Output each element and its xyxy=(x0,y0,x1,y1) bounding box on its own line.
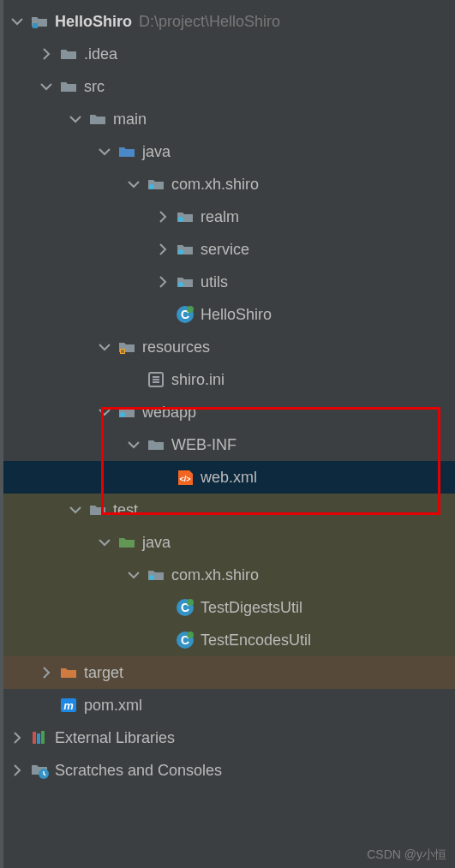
spacer xyxy=(38,697,55,714)
folder-icon xyxy=(87,500,108,520)
folder-icon xyxy=(58,76,79,97)
chevron-down-icon[interactable] xyxy=(125,176,142,193)
tree-label: Scratches and Consoles xyxy=(55,762,222,780)
tree-item-external-libraries[interactable]: External Libraries xyxy=(0,721,455,754)
chevron-right-icon[interactable] xyxy=(154,208,171,225)
tree-item-package-test[interactable]: com.xh.shiro xyxy=(0,559,455,591)
tree-label: java xyxy=(142,534,171,552)
project-name: HelloShiro xyxy=(55,13,132,31)
tree-item-idea[interactable]: .idea xyxy=(0,38,455,70)
ini-file-icon xyxy=(146,369,166,390)
maven-icon xyxy=(58,695,79,715)
chevron-down-icon[interactable] xyxy=(67,501,84,518)
tree-label: test xyxy=(113,501,138,519)
svg-point-22 xyxy=(178,282,183,287)
tree-item-hello-shiro-class[interactable]: HelloShiro xyxy=(0,298,455,331)
module-folder-icon xyxy=(29,11,50,32)
tree-item-realm[interactable]: realm xyxy=(0,201,455,233)
tree-label: com.xh.shiro xyxy=(171,176,259,194)
spacer xyxy=(154,599,171,616)
tree-label: shiro.ini xyxy=(171,371,225,389)
resources-folder-icon xyxy=(117,337,137,357)
tree-item-webapp[interactable]: webapp xyxy=(0,396,455,428)
tree-label: resources xyxy=(142,338,210,356)
chevron-down-icon[interactable] xyxy=(96,534,113,551)
tree-item-package-main[interactable]: com.xh.shiro xyxy=(0,168,455,201)
tree-label: java xyxy=(142,143,171,161)
tree-label: WEB-INF xyxy=(171,436,236,454)
package-icon xyxy=(146,174,166,195)
tree-label: utils xyxy=(201,273,228,291)
tree-label: service xyxy=(201,241,249,259)
tree-label: realm xyxy=(201,208,239,226)
chevron-right-icon[interactable] xyxy=(154,273,171,290)
spacer xyxy=(154,469,171,486)
tree-label: TestDigestsUtil xyxy=(201,599,302,617)
tree-item-test[interactable]: test xyxy=(0,494,455,526)
tree-label: webapp xyxy=(142,404,196,422)
tree-item-utils[interactable]: utils xyxy=(0,266,455,298)
spacer xyxy=(125,371,142,388)
svg-point-21 xyxy=(178,249,183,254)
tree-label: pom.xml xyxy=(84,697,142,715)
tree-item-web-xml[interactable]: web.xml xyxy=(0,461,455,494)
tree-label: main xyxy=(113,111,147,129)
tree-item-test-encodes[interactable]: TestEncodesUtil xyxy=(0,624,455,656)
package-icon xyxy=(175,272,195,292)
chevron-down-icon[interactable] xyxy=(125,566,142,584)
chevron-down-icon[interactable] xyxy=(125,436,142,453)
java-class-icon xyxy=(175,597,195,618)
spacer xyxy=(154,306,171,323)
tree-item-resources[interactable]: resources xyxy=(0,331,455,363)
chevron-down-icon[interactable] xyxy=(67,111,84,128)
excluded-folder-icon xyxy=(58,662,79,683)
chevron-right-icon[interactable] xyxy=(9,729,26,746)
tree-item-src[interactable]: src xyxy=(0,70,455,103)
tree-item-service[interactable]: service xyxy=(0,233,455,266)
chevron-right-icon[interactable] xyxy=(38,664,55,681)
project-tree[interactable]: HelloShiro D:\project\HelloShiro .idea s… xyxy=(0,0,455,787)
source-folder-icon xyxy=(117,141,137,162)
chevron-down-icon[interactable] xyxy=(96,143,113,160)
tree-label: .idea xyxy=(84,45,117,63)
libraries-icon xyxy=(29,727,50,748)
folder-icon xyxy=(87,109,108,129)
chevron-right-icon[interactable] xyxy=(38,45,55,63)
tree-item-java-main[interactable]: java xyxy=(0,135,455,168)
java-class-icon xyxy=(175,304,195,325)
chevron-right-icon[interactable] xyxy=(154,241,171,258)
tree-item-scratches[interactable]: Scratches and Consoles xyxy=(0,754,455,787)
package-icon xyxy=(175,239,195,260)
svg-point-24 xyxy=(149,575,154,580)
tree-label: target xyxy=(84,664,123,682)
tree-item-shiro-ini[interactable]: shiro.ini xyxy=(0,363,455,396)
chevron-down-icon[interactable] xyxy=(38,78,55,95)
gutter xyxy=(0,0,3,868)
tree-item-java-test[interactable]: java xyxy=(0,526,455,559)
svg-point-23 xyxy=(120,412,125,417)
xml-file-icon xyxy=(175,467,195,488)
tree-item-pom[interactable]: pom.xml xyxy=(0,689,455,721)
tree-label: TestEncodesUtil xyxy=(201,632,311,650)
java-class-icon xyxy=(175,630,195,650)
test-folder-icon xyxy=(117,532,137,553)
tree-label: com.xh.shiro xyxy=(171,566,259,584)
tree-label: src xyxy=(84,78,105,96)
scratches-icon xyxy=(29,760,50,781)
tree-label: HelloShiro xyxy=(201,306,272,324)
chevron-down-icon[interactable] xyxy=(9,13,26,30)
tree-item-target[interactable]: target xyxy=(0,656,455,689)
tree-item-main[interactable]: main xyxy=(0,103,455,135)
chevron-down-icon[interactable] xyxy=(96,404,113,421)
project-path: D:\project\HelloShiro xyxy=(139,13,280,31)
tree-label: External Libraries xyxy=(55,729,175,747)
chevron-down-icon[interactable] xyxy=(96,338,113,356)
chevron-right-icon[interactable] xyxy=(9,762,26,779)
folder-icon xyxy=(58,44,79,64)
svg-point-20 xyxy=(178,217,183,222)
tree-item-test-digests[interactable]: TestDigestsUtil xyxy=(0,591,455,624)
package-icon xyxy=(146,565,166,585)
tree-item-web-inf[interactable]: WEB-INF xyxy=(0,428,455,461)
web-folder-icon xyxy=(117,402,137,422)
tree-item-project-root[interactable]: HelloShiro D:\project\HelloShiro xyxy=(0,5,455,38)
